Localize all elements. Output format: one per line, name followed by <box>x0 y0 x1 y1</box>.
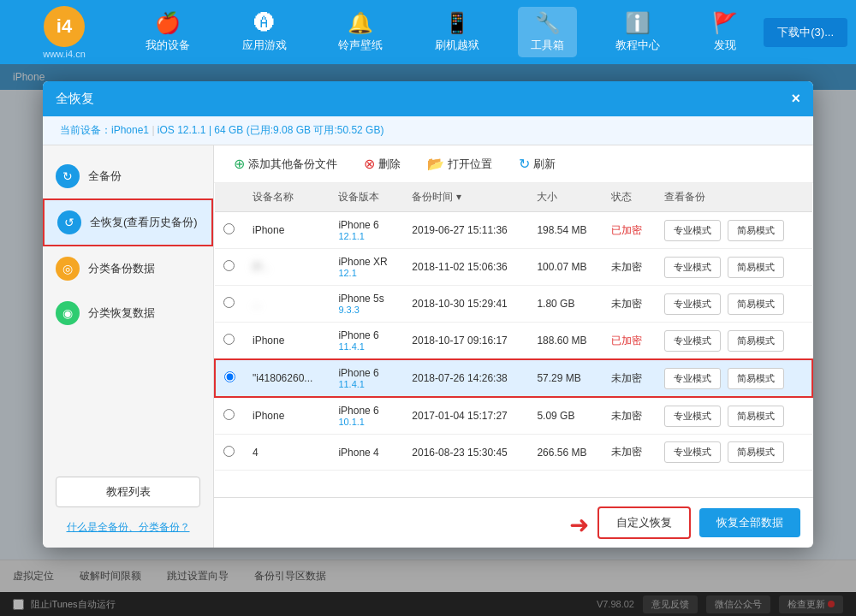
device-version: iPhone 6 <box>338 329 395 341</box>
refresh-button[interactable]: ↻ 刷新 <box>512 152 562 175</box>
dialog-footer: ➜ 自定义恢复 恢复全部数据 <box>214 497 813 548</box>
toolbar: ⊕ 添加其他备份文件 ⊗ 删除 📂 打开位置 ↻ <box>214 145 813 183</box>
radio-cell[interactable] <box>215 249 244 286</box>
th-device-version: 设备版本 <box>330 183 403 212</box>
nav-discover-label: 发现 <box>714 38 736 53</box>
dialog-overlay: 全恢复 × 当前设备：iPhone1 | iOS 12.1.1 | 64 GB … <box>0 64 856 616</box>
nav-app-game-label: 应用游戏 <box>242 38 287 53</box>
nav-app-game[interactable]: 🅐 应用游戏 <box>229 7 300 57</box>
row-radio-0[interactable] <box>223 223 235 234</box>
device-name-blurred: iP... <box>253 261 269 273</box>
device-version-sub: 10.1.1 <box>338 417 395 427</box>
add-backup-button[interactable]: ⊕ 添加其他备份文件 <box>227 152 344 175</box>
pro-mode-button[interactable]: 专业模式 <box>664 330 721 352</box>
sidebar-full-backup[interactable]: ↻ 全备份 <box>43 154 213 198</box>
radio-cell[interactable] <box>215 212 244 249</box>
pro-mode-button[interactable]: 专业模式 <box>664 257 721 278</box>
nav-discover[interactable]: 🚩 发现 <box>699 7 751 57</box>
sidebar-category-restore[interactable]: ◉ 分类恢复数据 <box>43 291 213 335</box>
nav-jailbreak[interactable]: 📱 刷机越狱 <box>422 7 492 57</box>
row-radio-4[interactable] <box>224 371 235 382</box>
nav-ringtone[interactable]: 🔔 铃声壁纸 <box>325 7 395 57</box>
easy-mode-button[interactable]: 简易模式 <box>728 293 784 315</box>
open-location-button[interactable]: 📂 打开位置 <box>420 152 499 175</box>
table-row[interactable]: 4 iPhone 4 2016-08-23 15:30:45 266.56 MB… <box>215 435 812 471</box>
table-row[interactable]: iPhone iPhone 6 10.1.1 2017-01-04 15:17:… <box>215 397 812 435</box>
size-cell: 1.80 GB <box>528 286 603 323</box>
device-version: iPhone 4 <box>338 447 395 459</box>
radio-cell[interactable] <box>215 397 244 435</box>
nav-toolbox[interactable]: 🔧 工具箱 <box>518 7 577 57</box>
tutorial-list-button[interactable]: 教程列表 <box>56 477 200 507</box>
backup-time-cell: 2016-08-23 15:30:45 <box>403 435 528 471</box>
dialog-close-button[interactable]: × <box>791 90 800 108</box>
action-cell: 专业模式 简易模式 <box>656 286 812 323</box>
table-row[interactable]: iPhone iPhone 6 12.1.1 2019-06-27 15:11:… <box>215 212 812 249</box>
easy-mode-button[interactable]: 简易模式 <box>728 406 784 427</box>
sidebar-full-restore[interactable]: ↺ 全恢复(查看历史备份) <box>43 198 213 246</box>
help-link[interactable]: 什么是全备份、分类备份？ <box>43 516 213 539</box>
table-row[interactable]: iPhone iPhone 6 11.4.1 2018-10-17 09:16:… <box>215 323 812 360</box>
th-backup-time: 备份时间 ▾ <box>403 183 528 212</box>
custom-restore-button[interactable]: 自定义恢复 <box>597 506 691 539</box>
action-cell: 专业模式 简易模式 <box>656 323 812 360</box>
device-name-text: iPhone <box>253 410 284 422</box>
easy-mode-button[interactable]: 简易模式 <box>728 368 784 389</box>
pro-mode-button[interactable]: 专业模式 <box>664 368 721 389</box>
pro-mode-button[interactable]: 专业模式 <box>664 220 721 241</box>
table-row[interactable]: ... iPhone 5s 9.3.3 2018-10-30 15:29:41 … <box>215 286 812 323</box>
nav-tutorial-label: 教程中心 <box>615 38 660 53</box>
status-cell: 已加密 <box>603 323 656 360</box>
radio-cell[interactable] <box>215 435 244 471</box>
row-radio-6[interactable] <box>223 446 235 457</box>
easy-mode-button[interactable]: 简易模式 <box>728 441 784 463</box>
size-cell: 100.07 MB <box>528 249 603 286</box>
device-version: iPhone XR <box>338 256 395 268</box>
pro-mode-button[interactable]: 专业模式 <box>664 441 721 463</box>
delete-button[interactable]: ⊗ 删除 <box>357 152 407 175</box>
radio-cell[interactable] <box>215 286 244 323</box>
device-name-cell: iPhone <box>244 323 330 360</box>
full-restore-button[interactable]: 恢复全部数据 <box>699 508 800 537</box>
radio-cell[interactable] <box>215 359 244 397</box>
device-name-blurred: ... <box>253 298 261 310</box>
backup-table-container: 设备名称 设备版本 备份时间 ▾ 大小 状态 查看备份 <box>214 183 813 497</box>
table-row[interactable]: iP... iPhone XR 12.1 2018-11-02 15:06:36… <box>215 249 812 286</box>
ios-version: iOS 12.1.1 <box>158 124 206 136</box>
table-row[interactable]: "i41806260... iPhone 6 11.4.1 2018-07-26… <box>215 359 812 397</box>
backup-time-cell: 2018-07-26 14:26:38 <box>403 359 528 397</box>
radio-cell[interactable] <box>215 323 244 360</box>
dialog-title-bar: 全恢复 × <box>43 81 813 116</box>
sidebar-category-backup[interactable]: ◎ 分类备份数据 <box>43 246 213 291</box>
backup-time-cell: 2018-10-30 15:29:41 <box>403 286 528 323</box>
row-radio-1[interactable] <box>223 260 235 271</box>
refresh-icon: ↻ <box>519 156 530 172</box>
logo-icon: i4 <box>44 6 85 47</box>
table-body: iPhone iPhone 6 12.1.1 2019-06-27 15:11:… <box>215 212 812 471</box>
easy-mode-button[interactable]: 简易模式 <box>728 330 784 352</box>
nav-my-device[interactable]: 🍎 我的设备 <box>133 7 203 57</box>
row-radio-2[interactable] <box>223 297 235 308</box>
easy-mode-button[interactable]: 简易模式 <box>728 220 784 241</box>
dialog-body: ↻ 全备份 ↺ 全恢复(查看历史备份) ◎ 分类备份数据 ◉ 分类恢复数据 <box>43 145 813 548</box>
folder-icon: 📂 <box>427 156 444 172</box>
nav-tutorial[interactable]: ℹ️ 教程中心 <box>603 7 673 57</box>
backup-time-cell: 2018-11-02 15:06:36 <box>403 249 528 286</box>
arrow-indicator: ➜ <box>569 511 589 539</box>
action-cell: 专业模式 简易模式 <box>656 435 812 471</box>
category-backup-icon: ◎ <box>56 257 80 281</box>
row-radio-5[interactable] <box>223 409 235 420</box>
category-restore-icon: ◉ <box>56 301 80 325</box>
my-device-icon: 🍎 <box>155 11 181 35</box>
size-cell: 188.60 MB <box>528 323 603 360</box>
pro-mode-button[interactable]: 专业模式 <box>664 293 721 315</box>
device-name-cell: iPhone <box>244 212 330 249</box>
full-restore-icon: ↺ <box>57 210 81 234</box>
easy-mode-button[interactable]: 简易模式 <box>728 257 784 278</box>
pro-mode-button[interactable]: 专业模式 <box>664 406 721 427</box>
row-radio-3[interactable] <box>223 334 235 345</box>
download-button[interactable]: 下载中(3)... <box>764 18 847 47</box>
size-cell: 266.56 MB <box>528 435 603 471</box>
right-panel: ⊕ 添加其他备份文件 ⊗ 删除 📂 打开位置 ↻ <box>214 145 813 548</box>
action-cell: 专业模式 简易模式 <box>656 397 812 435</box>
